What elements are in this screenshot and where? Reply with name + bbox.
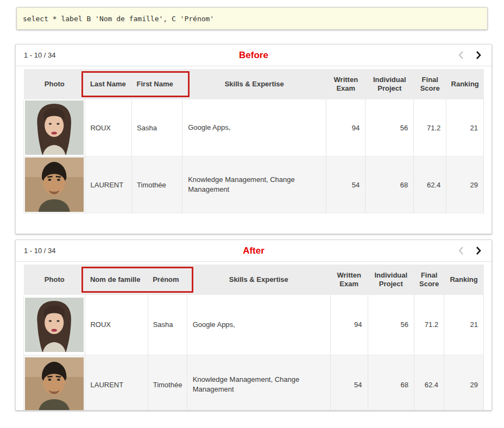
woman-portrait-photo bbox=[25, 100, 84, 155]
col-header-written-exam[interactable]: Written Exam bbox=[326, 69, 366, 99]
col-header-skills[interactable]: Skills & Expertise bbox=[187, 265, 330, 295]
table-row: ROUX Sasha Google Apps, 94 56 71.2 21 bbox=[24, 295, 484, 355]
skills-cell: Google Apps, bbox=[182, 99, 326, 156]
after-toolbar: 1 - 10 / 34 After bbox=[16, 240, 492, 262]
col-header-nom-de-famille[interactable]: Nom de famille bbox=[85, 265, 148, 295]
table-row: LAURENT Timothée Knowledge Management, C… bbox=[24, 156, 484, 213]
skills-cell: Knowledge Management, Change Management bbox=[182, 156, 326, 213]
photo-cell bbox=[24, 355, 85, 411]
chevron-left-icon[interactable] bbox=[458, 51, 464, 60]
photo-cell bbox=[24, 99, 85, 156]
col-header-last-name[interactable]: Last Name bbox=[85, 69, 132, 99]
ranking-cell: 29 bbox=[446, 156, 484, 213]
pagination-nav bbox=[458, 246, 482, 255]
before-title: Before bbox=[16, 50, 492, 61]
before-table-wrap: Photo Last Name First Name Skills & Expe… bbox=[23, 69, 484, 213]
last-name-cell: ROUX bbox=[85, 99, 132, 156]
col-header-ranking[interactable]: Ranking bbox=[446, 69, 484, 99]
header-row: Photo Last Name First Name Skills & Expe… bbox=[24, 69, 484, 99]
after-table-card: 1 - 10 / 34 After Photo Nom de famille P… bbox=[15, 240, 492, 411]
chevron-right-icon[interactable] bbox=[476, 246, 482, 255]
written-exam-cell: 54 bbox=[330, 355, 368, 411]
after-title: After bbox=[16, 246, 492, 256]
final-score-cell: 62.4 bbox=[414, 156, 446, 213]
after-table-wrap: Photo Nom de famille Prénom Skills & Exp… bbox=[23, 265, 484, 411]
ranking-cell: 21 bbox=[444, 295, 484, 355]
final-score-cell: 62.4 bbox=[414, 355, 444, 411]
col-header-final-score[interactable]: Final Score bbox=[414, 265, 444, 295]
before-data-table: Photo Last Name First Name Skills & Expe… bbox=[23, 69, 484, 213]
header-row: Photo Nom de famille Prénom Skills & Exp… bbox=[24, 265, 484, 295]
col-header-individual-project[interactable]: Individual Project bbox=[366, 69, 414, 99]
skills-cell: Knowledge Management, Change Management bbox=[187, 355, 330, 411]
query-formula-text: select * label B 'Nom de famille', C 'Pr… bbox=[23, 15, 214, 23]
pagination-nav bbox=[458, 51, 482, 60]
col-header-ranking[interactable]: Ranking bbox=[444, 265, 484, 295]
col-header-individual-project[interactable]: Individual Project bbox=[368, 265, 414, 295]
individual-project-cell: 56 bbox=[368, 295, 414, 355]
col-header-written-exam[interactable]: Written Exam bbox=[330, 265, 368, 295]
col-header-prenom[interactable]: Prénom bbox=[148, 265, 187, 295]
col-header-photo[interactable]: Photo bbox=[24, 265, 85, 295]
before-toolbar: 1 - 10 / 34 Before bbox=[16, 45, 492, 66]
ranking-cell: 29 bbox=[444, 355, 484, 411]
col-header-first-name[interactable]: First Name bbox=[132, 69, 182, 99]
man-portrait-photo bbox=[25, 357, 84, 411]
first-name-cell: Sasha bbox=[148, 295, 187, 355]
last-name-cell: LAURENT bbox=[85, 355, 148, 411]
first-name-cell: Timothée bbox=[148, 355, 187, 411]
photo-cell bbox=[24, 156, 85, 213]
man-portrait-photo bbox=[25, 158, 84, 212]
photo-cell bbox=[24, 295, 85, 355]
final-score-cell: 71.2 bbox=[414, 295, 444, 355]
col-header-photo[interactable]: Photo bbox=[24, 69, 85, 99]
written-exam-cell: 94 bbox=[326, 99, 366, 156]
col-header-skills[interactable]: Skills & Expertise bbox=[182, 69, 326, 99]
ranking-cell: 21 bbox=[446, 99, 484, 156]
individual-project-cell: 68 bbox=[366, 156, 414, 213]
col-header-final-score[interactable]: Final Score bbox=[414, 69, 446, 99]
chevron-left-icon[interactable] bbox=[458, 246, 464, 255]
individual-project-cell: 56 bbox=[366, 99, 414, 156]
after-data-table: Photo Nom de famille Prénom Skills & Exp… bbox=[23, 265, 484, 411]
last-name-cell: ROUX bbox=[85, 295, 148, 355]
woman-portrait-photo bbox=[25, 298, 84, 352]
written-exam-cell: 54 bbox=[326, 156, 366, 213]
before-table-card: 1 - 10 / 34 Before Photo Last Name First… bbox=[15, 44, 492, 234]
written-exam-cell: 94 bbox=[330, 295, 368, 355]
final-score-cell: 71.2 bbox=[414, 99, 446, 156]
skills-cell: Google Apps, bbox=[187, 295, 330, 355]
individual-project-cell: 68 bbox=[368, 355, 414, 411]
table-row: ROUX Sasha Google Apps, 94 56 71.2 21 bbox=[24, 99, 484, 156]
last-name-cell: LAURENT bbox=[85, 156, 132, 213]
formula-code-box: select * label B 'Nom de famille', C 'Pr… bbox=[16, 7, 488, 30]
first-name-cell: Timothée bbox=[132, 156, 182, 213]
first-name-cell: Sasha bbox=[132, 99, 182, 156]
chevron-right-icon[interactable] bbox=[476, 51, 482, 60]
table-row: LAURENT Timothée Knowledge Management, C… bbox=[24, 355, 484, 411]
